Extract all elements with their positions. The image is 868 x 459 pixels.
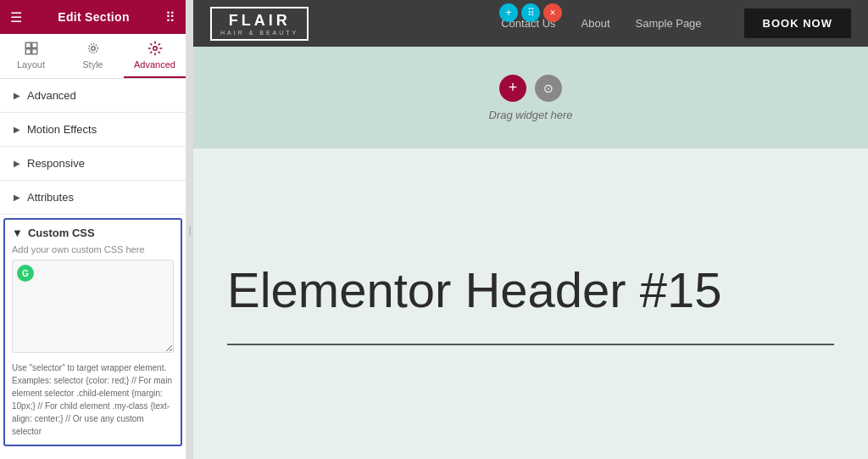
accordion-attributes: ▶ Attributes <box>0 181 186 215</box>
css-editor-wrapper: G <box>12 260 174 356</box>
toolbar-close-button[interactable]: × <box>543 3 562 22</box>
accordion-responsive-header[interactable]: ▶ Responsive <box>0 147 186 180</box>
custom-css-section: ▼ Custom CSS Add your own custom CSS her… <box>3 218 182 446</box>
elementor-heading: Elementor Header #15 <box>227 262 834 319</box>
accordion-responsive: ▶ Responsive <box>0 147 186 181</box>
left-panel: ☰ Edit Section ⠿ Layout Style Advanced ▶… <box>0 0 186 459</box>
site-nav: FLAIR HAIR & BEAUTY + ⠿ × Contact Us Abo… <box>193 0 868 47</box>
grid-icon[interactable]: ⠿ <box>165 9 175 25</box>
custom-css-header: ▼ Custom CSS <box>12 227 174 239</box>
drag-widget-label: Drag widget here <box>489 109 573 121</box>
tab-layout[interactable]: Layout <box>0 34 62 78</box>
tab-layout-label: Layout <box>17 59 45 70</box>
arrow-icon: ▶ <box>14 91 20 100</box>
heading-divider <box>227 344 834 345</box>
css-editor-icon: G <box>17 265 34 282</box>
custom-css-title-label: Custom CSS <box>28 227 95 239</box>
tab-style-label: Style <box>82 59 103 70</box>
accordion-attributes-header[interactable]: ▶ Attributes <box>0 181 186 214</box>
accordion-advanced: ▶ Advanced <box>0 79 186 113</box>
custom-css-input[interactable] <box>12 260 174 353</box>
panel-title: Edit Section <box>58 10 130 24</box>
tab-advanced[interactable]: Advanced <box>124 34 186 78</box>
accordion-motion-label: Motion Effects <box>27 123 97 136</box>
panel-content: ▶ Advanced ▶ Motion Effects ▶ Responsive… <box>0 79 186 459</box>
toolbar-move-button[interactable]: ⠿ <box>521 3 540 22</box>
hamburger-icon[interactable]: ☰ <box>10 9 22 25</box>
svg-rect-0 <box>25 42 31 48</box>
accordion-responsive-label: Responsive <box>27 157 85 170</box>
elementor-toolbar: + ⠿ × <box>499 3 562 22</box>
accordion-advanced-label: Advanced <box>27 89 76 102</box>
accordion-motion-header[interactable]: ▶ Motion Effects <box>0 113 186 146</box>
logo-name: FLAIR <box>229 12 291 30</box>
accordion-advanced-header[interactable]: ▶ Advanced <box>0 79 186 112</box>
svg-point-5 <box>88 44 97 53</box>
nav-sample[interactable]: Sample Page <box>636 17 702 30</box>
tab-style[interactable]: Style <box>62 34 124 78</box>
tab-advanced-label: Advanced <box>134 59 175 70</box>
main-content: Elementor Header #15 <box>193 148 868 459</box>
svg-rect-2 <box>25 49 31 54</box>
custom-css-subtitle: Add your own custom CSS here <box>12 244 174 255</box>
svg-rect-1 <box>31 42 36 48</box>
site-logo: FLAIR HAIR & BEAUTY <box>210 7 309 41</box>
arrow-icon: ▶ <box>14 159 20 168</box>
arrow-icon: ▶ <box>14 193 20 202</box>
svg-point-6 <box>153 47 157 51</box>
arrow-icon: ▼ <box>12 227 23 239</box>
svg-rect-3 <box>31 49 36 54</box>
widget-actions: + ⊙ <box>499 75 562 102</box>
toolbar-add-button[interactable]: + <box>499 3 518 22</box>
widget-area: + ⊙ Drag widget here <box>193 47 868 148</box>
right-content: FLAIR HAIR & BEAUTY + ⠿ × Contact Us Abo… <box>193 0 868 459</box>
css-hint: Use "selector" to target wrapper element… <box>12 361 174 438</box>
accordion-motion: ▶ Motion Effects <box>0 113 186 147</box>
resize-handle[interactable]: | <box>186 0 193 459</box>
widget-drag-button[interactable]: ⊙ <box>535 75 562 102</box>
nav-about[interactable]: About <box>581 17 610 30</box>
panel-tabs: Layout Style Advanced <box>0 34 186 79</box>
logo-sub: HAIR & BEAUTY <box>220 30 298 36</box>
svg-point-4 <box>91 47 95 51</box>
book-now-button[interactable]: BOOK NOW <box>744 8 851 38</box>
arrow-icon: ▶ <box>14 125 20 134</box>
accordion-attributes-label: Attributes <box>27 191 74 204</box>
panel-header: ☰ Edit Section ⠿ <box>0 0 186 34</box>
widget-add-button[interactable]: + <box>499 75 526 102</box>
